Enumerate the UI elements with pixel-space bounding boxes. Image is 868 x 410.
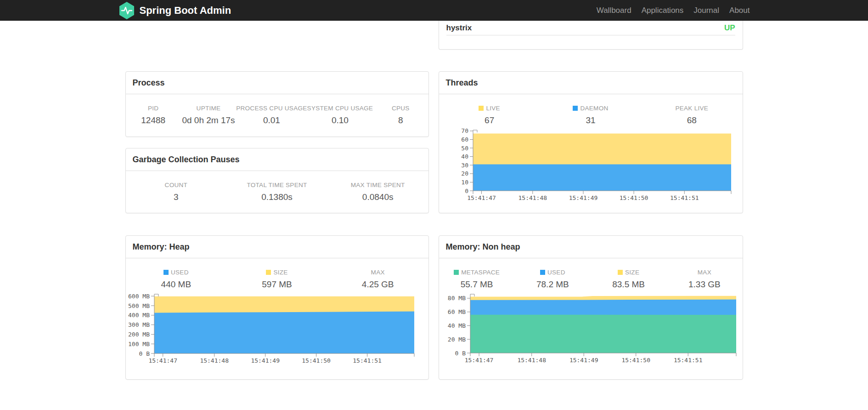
- stat-peak-live-threads: PEAK LIVE 68: [641, 105, 742, 125]
- stat-heap-max: MAX 4.25 GB: [327, 269, 428, 290]
- svg-text:15:41:49: 15:41:49: [251, 357, 280, 364]
- metaspace-legend-swatch: [454, 270, 459, 275]
- process-stats: PID 12488 UPTIME 0d 0h 2m 17s PROCESS CP…: [126, 94, 428, 125]
- application-row-hystrix[interactable]: hystrix UP: [446, 21, 735, 35]
- svg-text:60 MB: 60 MB: [447, 308, 465, 315]
- svg-text:40: 40: [461, 153, 468, 160]
- left-column: Process PID 12488 UPTIME 0d 0h 2m 17s PR…: [125, 71, 429, 213]
- svg-text:40 MB: 40 MB: [447, 322, 465, 329]
- svg-text:15:41:49: 15:41:49: [569, 194, 597, 201]
- svg-text:60: 60: [461, 136, 468, 143]
- status-badge: UP: [724, 23, 735, 33]
- svg-text:20: 20: [461, 170, 468, 177]
- memory-nonheap-chart: 0 B20 MB40 MB60 MB80 MB15:41:4715:41:481…: [439, 290, 744, 364]
- threads-panel-title: Threads: [439, 72, 743, 94]
- navbar: Spring Boot Admin Wallboard Applications…: [0, 0, 868, 21]
- nav-item-journal[interactable]: Journal: [688, 0, 724, 21]
- nonheap-legend: METASPACE 55.7 MB USED 78.2 MB SIZE 83.5…: [439, 258, 743, 290]
- stat-metaspace: METASPACE 55.7 MB: [439, 269, 515, 290]
- gc-panel-title: Garbage Collection Pauses: [126, 148, 428, 171]
- threads-chart: 01020304050607015:41:4715:41:4815:41:491…: [439, 126, 744, 201]
- nav-menu: Wallboard Applications Journal About: [592, 0, 750, 21]
- threads-legend: LIVE 67 DAEMON 31 PEAK LIVE 68: [439, 94, 743, 125]
- svg-text:600 MB: 600 MB: [128, 293, 150, 300]
- svg-text:15:41:51: 15:41:51: [353, 357, 382, 364]
- svg-text:70: 70: [461, 127, 468, 134]
- svg-text:300 MB: 300 MB: [128, 321, 150, 328]
- app-logo-icon: [118, 1, 135, 20]
- stat-gc-max-time: MAX TIME SPENT 0.0840s: [327, 182, 428, 202]
- svg-text:20 MB: 20 MB: [447, 336, 465, 343]
- svg-text:10: 10: [461, 179, 468, 186]
- svg-text:30: 30: [461, 162, 468, 169]
- svg-text:0 B: 0 B: [455, 350, 466, 357]
- process-panel: Process PID 12488 UPTIME 0d 0h 2m 17s PR…: [125, 71, 429, 137]
- memory-heap-title: Memory: Heap: [126, 236, 428, 258]
- memory-nonheap-panel: Memory: Non heap METASPACE 55.7 MB USED …: [439, 235, 743, 380]
- svg-text:400 MB: 400 MB: [128, 312, 150, 319]
- svg-text:15:41:48: 15:41:48: [517, 357, 546, 364]
- stat-nonheap-used: USED 78.2 MB: [515, 269, 591, 290]
- svg-text:15:41:51: 15:41:51: [670, 194, 699, 201]
- svg-text:80 MB: 80 MB: [447, 295, 465, 302]
- memory-heap-panel: Memory: Heap USED 440 MB SIZE 597 MB MAX…: [125, 235, 429, 380]
- stat-gc-total-time: TOTAL TIME SPENT 0.1380s: [226, 182, 327, 202]
- size-legend-swatch: [266, 270, 271, 275]
- svg-text:0: 0: [465, 188, 468, 194]
- used-legend-swatch: [163, 270, 169, 275]
- svg-text:500 MB: 500 MB: [128, 302, 150, 309]
- svg-text:50: 50: [461, 145, 468, 152]
- stat-pid: PID 12488: [126, 105, 181, 125]
- daemon-legend-swatch: [573, 106, 578, 111]
- nav-item-wallboard[interactable]: Wallboard: [592, 0, 637, 21]
- svg-text:200 MB: 200 MB: [128, 331, 150, 338]
- process-panel-title: Process: [126, 72, 428, 94]
- nav-item-applications[interactable]: Applications: [637, 0, 689, 21]
- nav-item-about[interactable]: About: [724, 0, 750, 21]
- stat-live-threads: LIVE 67: [439, 105, 540, 125]
- gc-stats: COUNT 3 TOTAL TIME SPENT 0.1380s MAX TIM…: [126, 171, 428, 202]
- svg-text:0 B: 0 B: [139, 350, 150, 357]
- stat-uptime: UPTIME 0d 0h 2m 17s: [181, 105, 236, 125]
- stat-process-cpu: PROCESS CPU USAGE 0.01: [236, 105, 307, 125]
- stat-daemon-threads: DAEMON 31: [540, 105, 641, 125]
- application-status-panel: hystrix UP: [439, 21, 743, 50]
- memory-nonheap-title: Memory: Non heap: [439, 236, 743, 258]
- heap-legend: USED 440 MB SIZE 597 MB MAX 4.25 GB: [126, 258, 428, 290]
- stat-heap-used: USED 440 MB: [126, 269, 227, 290]
- svg-text:15:41:49: 15:41:49: [569, 357, 598, 364]
- threads-panel: Threads LIVE 67 DAEMON 31 PEAK LIVE 68 0…: [439, 71, 743, 213]
- memory-heap-chart: 0 B100 MB200 MB300 MB400 MB500 MB600 MB1…: [126, 290, 429, 364]
- svg-text:15:41:48: 15:41:48: [518, 194, 547, 201]
- stat-gc-count: COUNT 3: [126, 182, 227, 202]
- gc-panel: Garbage Collection Pauses COUNT 3 TOTAL …: [125, 148, 429, 213]
- stat-cpus: CPUS 8: [373, 105, 428, 125]
- svg-text:15:41:51: 15:41:51: [673, 357, 702, 364]
- stat-nonheap-max: MAX 1.33 GB: [666, 269, 742, 290]
- live-legend-swatch: [479, 106, 484, 111]
- svg-text:15:41:50: 15:41:50: [302, 357, 331, 364]
- empty-column: [125, 21, 429, 50]
- application-name: hystrix: [446, 23, 472, 33]
- stat-nonheap-size: SIZE 83.5 MB: [591, 269, 666, 290]
- stat-heap-size: SIZE 597 MB: [226, 269, 327, 290]
- svg-text:15:41:50: 15:41:50: [619, 194, 648, 201]
- brand-title: Spring Boot Admin: [140, 5, 231, 17]
- nonheap-used-legend-swatch: [540, 270, 545, 275]
- svg-text:100 MB: 100 MB: [128, 341, 150, 347]
- svg-text:15:41:47: 15:41:47: [148, 357, 177, 364]
- svg-text:15:41:47: 15:41:47: [464, 357, 493, 364]
- svg-text:15:41:50: 15:41:50: [621, 357, 650, 364]
- svg-text:15:41:48: 15:41:48: [200, 357, 229, 364]
- stat-system-cpu: SYSTEM CPU USAGE 0.10: [307, 105, 373, 125]
- main-content: hystrix UP Process PID 12488 UPTIME 0d 0…: [125, 21, 743, 380]
- app-brand[interactable]: Spring Boot Admin: [118, 1, 231, 20]
- svg-text:15:41:47: 15:41:47: [467, 194, 496, 201]
- nonheap-size-legend-swatch: [618, 270, 623, 275]
